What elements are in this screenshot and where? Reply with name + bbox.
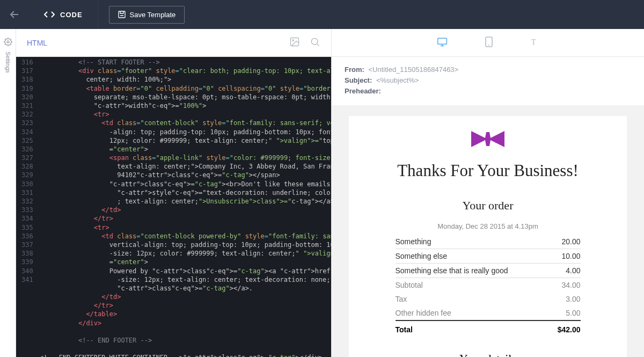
email-title: Thanks For Your Business! — [362, 161, 614, 180]
svg-rect-5 — [438, 38, 447, 44]
desktop-view-button[interactable] — [437, 37, 448, 49]
gear-icon — [4, 38, 12, 46]
svg-point-4 — [311, 38, 318, 45]
save-icon — [118, 11, 126, 18]
email-card: Thanks For Your Business! Your order Mon… — [349, 116, 627, 357]
code-tab[interactable]: CODE — [29, 0, 98, 29]
save-button-label: Save Template — [130, 11, 176, 19]
order-heading: Your order — [362, 199, 614, 213]
text-view-button[interactable]: T — [530, 38, 539, 48]
total-row: Total$42.00 — [396, 320, 581, 337]
svg-rect-0 — [119, 11, 125, 18]
language-label: HTML — [27, 39, 47, 47]
svg-point-1 — [7, 41, 9, 43]
mobile-icon — [485, 37, 493, 47]
order-date: Monday, Dec 28 2015 at 4.13pm — [362, 222, 614, 230]
email-canvas: Thanks For Your Business! Your order Mon… — [332, 105, 644, 357]
settings-label: Settings — [5, 52, 11, 73]
table-row: Subtotal34.00 — [396, 278, 581, 293]
back-button[interactable] — [0, 0, 29, 29]
table-row: Tax3.00 — [396, 292, 581, 306]
code-tab-label: CODE — [60, 11, 83, 19]
search-icon[interactable] — [310, 37, 320, 49]
arrow-left-icon — [8, 8, 21, 21]
table-row: Something20.00 — [396, 235, 581, 249]
desktop-icon — [437, 37, 448, 47]
bowtie-logo — [362, 131, 614, 147]
image-tool-icon[interactable] — [289, 37, 300, 49]
details-heading: Your details — [362, 352, 614, 357]
editor-header: HTML — [16, 29, 331, 57]
editor-pane: HTML 31631731831932032132232332432532632… — [16, 29, 332, 357]
meta-from: From: <Untitled_11505186847463> — [345, 65, 631, 74]
bowtie-icon — [471, 131, 504, 147]
meta-subject: Subject: <%subject%> — [345, 76, 631, 84]
table-row: Other hidden fee5.00 — [396, 306, 581, 320]
text-icon: T — [530, 38, 539, 46]
svg-text:T: T — [531, 38, 536, 46]
table-row: Something else that is really good4.00 — [396, 264, 581, 278]
topbar: CODE Save Template — [0, 0, 644, 29]
order-table: Something20.00Something else10.00Somethi… — [396, 235, 581, 337]
preview-pane: T From: <Untitled_11505186847463> Subjec… — [332, 29, 644, 357]
svg-point-3 — [292, 39, 294, 41]
table-row: Something else10.00 — [396, 249, 581, 264]
save-template-button[interactable]: Save Template — [109, 6, 185, 24]
mobile-view-button[interactable] — [485, 37, 493, 49]
code-icon — [44, 11, 55, 18]
preview-toolbar: T — [332, 29, 644, 57]
email-meta: From: <Untitled_11505186847463> Subject:… — [332, 57, 644, 105]
code-editor[interactable]: 3163173183193203213223233243253263273283… — [16, 57, 331, 357]
meta-preheader: Preheader: — [345, 87, 631, 95]
settings-rail[interactable]: Settings — [0, 29, 16, 357]
